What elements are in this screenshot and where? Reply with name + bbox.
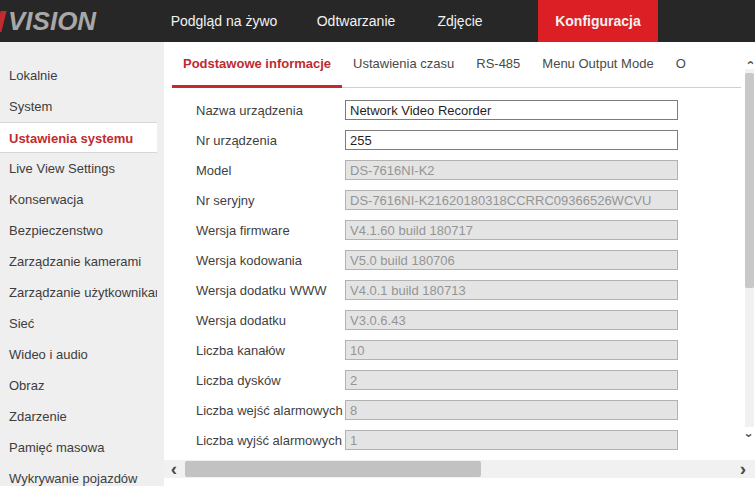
sidebar-item-camera-management[interactable]: Zarządzanie kamerami [0,246,157,277]
tab-menu-output-mode[interactable]: Menu Output Mode [531,42,664,87]
tab-basic-information[interactable]: Podstawowe informacje [172,42,342,87]
firmware-version-value [345,220,678,240]
model-label: Model [196,163,345,178]
vertical-scrollbar-thumb[interactable] [745,73,754,288]
sidebar-item-system[interactable]: System [0,91,157,122]
field-row-model: Model [196,155,678,185]
field-row-web-version: Wersja dodatku WWW [196,275,678,305]
device-no-input[interactable] [345,130,678,150]
sidebar-item-user-management[interactable]: Zarządzanie użytkownikami [0,277,157,308]
alarm-output-count-value [345,430,678,450]
device-name-input[interactable] [345,100,678,120]
main-content: Podstawowe informacje Ustawienia czasu R… [164,42,755,486]
sidebar-item-event[interactable]: Zdarzenie [0,401,157,432]
hik-logo-fragment-icon [0,11,7,32]
top-menu-live-view[interactable]: Podgląd na żywo [148,0,300,42]
top-menu: Podgląd na żywo Odtwarzanie Zdjęcie Konf… [148,0,658,42]
plugin-version-label: Wersja dodatku [196,313,345,328]
field-row-plugin-version: Wersja dodatku [196,305,678,335]
top-bar: VISION Podgląd na żywo Odtwarzanie Zdjęc… [0,0,755,42]
field-row-serial-no: Nr seryjny [196,185,678,215]
sidebar-item-system-settings[interactable]: Ustawienia systemu [0,122,157,153]
hdd-count-label: Liczba dysków [196,373,345,388]
sidebar-item-image[interactable]: Obraz [0,370,157,401]
vertical-scrollbar[interactable]: › › [744,55,755,441]
sidebar-item-live-view-settings[interactable]: Live View Settings [0,153,157,184]
scroll-up-icon[interactable]: › [744,55,755,68]
plugin-version-value [345,310,678,330]
sidebar-item-maintenance[interactable]: Konserwacja [0,184,157,215]
device-name-label: Nazwa urządzenia [196,103,345,118]
brand-logo: VISION [0,0,148,42]
basic-info-form: Nazwa urządzenia Nr urządzenia Model Nr … [196,95,678,455]
scroll-down-icon[interactable]: › [744,428,755,441]
top-menu-playback[interactable]: Odtwarzanie [300,0,412,42]
alarm-output-count-label: Liczba wyjść alarmowych [196,433,345,448]
encoding-version-value [345,250,678,270]
field-row-device-name: Nazwa urządzenia [196,95,678,125]
horizontal-scrollbar-thumb[interactable] [185,461,481,477]
encoding-version-label: Wersja kodowania [196,253,345,268]
sidebar-item-storage[interactable]: Pamięć masowa [0,432,157,463]
horizontal-scrollbar[interactable]: ‹ › [164,460,755,478]
serial-no-label: Nr seryjny [196,193,345,208]
model-value [345,160,678,180]
web-version-value [345,280,678,300]
field-row-alarm-output-count: Liczba wyjść alarmowych [196,425,678,455]
channel-count-value [345,340,678,360]
field-row-alarm-input-count: Liczba wejść alarmowych [196,395,678,425]
sidebar-item-vehicle-detection[interactable]: Wykrywanie pojazdów [0,463,157,486]
scroll-right-icon[interactable]: › [735,460,751,478]
channel-count-label: Liczba kanałów [196,343,345,358]
sidebar-item-video-audio[interactable]: Wideo i audio [0,339,157,370]
config-sidebar: Lokalnie System Ustawienia systemu Live … [0,42,164,486]
tab-about[interactable]: O [665,42,697,87]
field-row-hdd-count: Liczba dysków [196,365,678,395]
scroll-left-icon[interactable]: ‹ [166,460,182,478]
device-no-label: Nr urządzenia [196,133,345,148]
tab-time-settings[interactable]: Ustawienia czasu [342,42,465,87]
top-menu-picture[interactable]: Zdjęcie [412,0,508,42]
field-row-channel-count: Liczba kanałów [196,335,678,365]
hdd-count-value [345,370,678,390]
serial-no-value [345,190,678,210]
tab-rs485[interactable]: RS-485 [465,42,531,87]
field-row-encoding-version: Wersja kodowania [196,245,678,275]
field-row-firmware-version: Wersja firmware [196,215,678,245]
top-menu-configuration[interactable]: Konfiguracja [538,0,658,42]
logo-text: VISION [8,6,96,37]
field-row-device-no: Nr urządzenia [196,125,678,155]
sidebar-item-local[interactable]: Lokalnie [0,60,157,91]
sidebar-item-security[interactable]: Bezpieczenstwo [0,215,157,246]
alarm-input-count-value [345,400,678,420]
sidebar-item-network[interactable]: Sieć [0,308,157,339]
firmware-version-label: Wersja firmware [196,223,345,238]
alarm-input-count-label: Liczba wejść alarmowych [196,403,345,418]
page-body: Lokalnie System Ustawienia systemu Live … [0,42,755,486]
tab-bar: Podstawowe informacje Ustawienia czasu R… [172,42,741,88]
web-version-label: Wersja dodatku WWW [196,283,345,298]
